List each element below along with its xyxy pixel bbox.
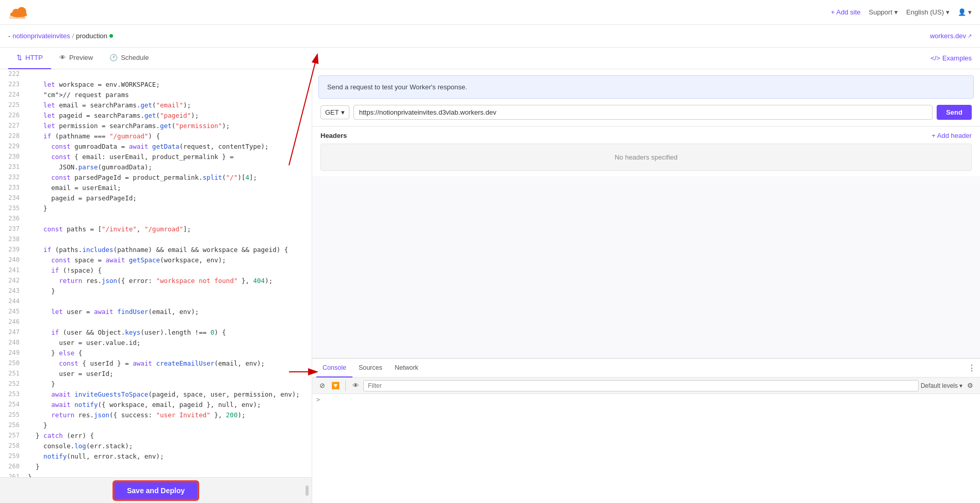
filter-input[interactable]: [363, 380, 919, 391]
url-input[interactable]: [354, 105, 933, 120]
deploy-bar: Save and Deploy: [0, 477, 312, 503]
clear-console-button[interactable]: ⊘: [316, 380, 328, 391]
headers-section: Headers + Add header No headers specifie…: [312, 127, 980, 176]
table-row: 250 const { userId } = await createEmail…: [0, 358, 312, 369]
table-row: 246: [0, 317, 312, 327]
table-row: 226 let pageid = searchParams.get("pagei…: [0, 111, 312, 121]
project-link[interactable]: notionprivateinvites: [12, 32, 70, 40]
nav-left: CLOUDFLARE: [8, 5, 29, 20]
table-row: 256 }: [0, 420, 312, 431]
default-levels-dropdown[interactable]: Default levels ▾: [921, 382, 962, 389]
breadcrumb-bar: - notionprivateinvites / production work…: [0, 25, 980, 48]
tabs-bar: ⇅ HTTP 👁 Preview 🕐 Schedule </> Examples: [0, 48, 980, 69]
console-toolbar: ⊘ 🔽 👁 Default levels ▾ ⚙: [312, 378, 980, 394]
table-row: 225 let email = searchParams.get("email"…: [0, 100, 312, 111]
cloudflare-logo[interactable]: CLOUDFLARE: [8, 5, 29, 20]
scroll-indicator: [306, 485, 309, 496]
main-content: 222223 let workspace = env.WORKSPACE;224…: [0, 69, 980, 503]
table-row: 238: [0, 234, 312, 245]
table-row: 258 console.log(err.stack);: [0, 441, 312, 451]
dash-prefix: -: [8, 32, 10, 40]
breadcrumb: - notionprivateinvites / production: [8, 32, 113, 40]
table-row: 227 let permission = searchParams.get("p…: [0, 121, 312, 131]
table-row: 257 } catch (err) {: [0, 431, 312, 441]
info-panel: Send a request to test your Worker's res…: [318, 75, 974, 99]
workers-dev-link[interactable]: workers.dev ↗: [930, 32, 972, 40]
http-panel: Send a request to test your Worker's res…: [312, 69, 980, 358]
table-row: 261}: [0, 472, 312, 477]
table-row: 239 if (paths.includes(pathname) && emai…: [0, 245, 312, 255]
support-menu[interactable]: Support ▾: [869, 8, 898, 16]
examples-link[interactable]: </> Examples: [930, 54, 972, 62]
language-menu[interactable]: English (US) ▾: [906, 8, 950, 16]
status-dot: [109, 34, 113, 38]
table-row: 228 if (pathname === "/gumroad") {: [0, 131, 312, 142]
external-link-icon: ↗: [968, 33, 972, 39]
console-arrow: >: [316, 396, 320, 403]
console-settings-button[interactable]: ⚙: [965, 380, 976, 391]
table-row: 254 await notify({ workspace, email, pag…: [0, 400, 312, 410]
tab-console[interactable]: Console: [316, 359, 352, 378]
svg-rect-3: [10, 13, 27, 16]
table-row: 232 const parsedPageId = product_permali…: [0, 172, 312, 183]
console-content: >: [312, 394, 980, 503]
no-headers-box: No headers specified: [320, 144, 972, 171]
divider: [345, 381, 346, 391]
send-button[interactable]: Send: [937, 105, 972, 120]
table-row: 223 let workspace = env.WORKSPACE;: [0, 80, 312, 90]
add-header-button[interactable]: + Add header: [931, 132, 972, 139]
response-area: [312, 176, 980, 358]
code-editor[interactable]: 222223 let workspace = env.WORKSPACE;224…: [0, 69, 312, 477]
table-row: 224 "cm">// request params: [0, 90, 312, 100]
table-row: 259 notify(null, error.stack, env);: [0, 451, 312, 462]
table-row: 242 return res.json({ error: "workspace …: [0, 276, 312, 286]
table-row: 260 }: [0, 462, 312, 472]
tab-schedule[interactable]: 🕐 Schedule: [101, 48, 157, 69]
tab-preview[interactable]: 👁 Preview: [51, 48, 101, 69]
table-row: 253 await inviteGuestsToSpace(pageid, sp…: [0, 389, 312, 400]
table-row: 229 const gumroadData = await getData(re…: [0, 142, 312, 152]
env-name: production: [76, 32, 107, 40]
tab-group: ⇅ HTTP 👁 Preview 🕐 Schedule: [8, 48, 157, 69]
table-row: 241 if (!space) {: [0, 265, 312, 276]
table-row: 247 if (user && Object.keys(user).length…: [0, 327, 312, 338]
info-text: Send a request to test your Worker's res…: [327, 83, 467, 91]
table-row: 236: [0, 214, 312, 224]
filter-toggle-button[interactable]: 🔽: [330, 380, 341, 391]
eye-button[interactable]: 👁: [350, 380, 361, 391]
method-label: GET: [325, 108, 339, 116]
code-icon: </>: [930, 54, 940, 62]
table-row: 233 email = userEmail;: [0, 183, 312, 193]
console-more-button[interactable]: ⋮: [968, 363, 976, 373]
table-row: 243 }: [0, 286, 312, 296]
console-panel: Console Sources Network ⋮ ⊘ 🔽 👁 Default …: [312, 358, 980, 503]
table-row: 231 JSON.parse(gumroadData);: [0, 162, 312, 172]
table-row: 222: [0, 69, 312, 80]
http-icon: ⇅: [17, 54, 22, 61]
tab-sources[interactable]: Sources: [352, 359, 389, 378]
table-row: 230 const { email: userEmail, product_pe…: [0, 152, 312, 162]
tab-http[interactable]: ⇅ HTTP: [8, 48, 51, 69]
request-bar: GET ▾ Send: [312, 99, 980, 127]
headers-row: Headers + Add header: [320, 132, 972, 139]
method-select[interactable]: GET ▾: [320, 105, 349, 119]
console-tabs-left: Console Sources Network: [316, 359, 425, 378]
table-row: 251 user = userId;: [0, 369, 312, 379]
right-panel: Send a request to test your Worker's res…: [312, 69, 980, 503]
add-site-link[interactable]: + Add site: [831, 8, 860, 16]
table-row: 235 }: [0, 203, 312, 214]
svg-text:CLOUDFLARE: CLOUDFLARE: [9, 16, 25, 19]
tab-network[interactable]: Network: [389, 359, 425, 378]
table-row: 249 } else {: [0, 348, 312, 358]
code-panel: 222223 let workspace = env.WORKSPACE;224…: [0, 69, 312, 503]
console-tabs-bar: Console Sources Network ⋮: [312, 359, 980, 378]
schedule-icon: 🕐: [109, 54, 118, 61]
table-row: 240 const space = await getSpace(workspa…: [0, 255, 312, 265]
user-menu[interactable]: 👤 ▾: [958, 8, 972, 16]
table-row: 255 return res.json({ success: "user Inv…: [0, 410, 312, 420]
table-row: 244: [0, 296, 312, 307]
info-box-wrapper: Send a request to test your Worker's res…: [312, 69, 980, 99]
headers-label: Headers: [320, 132, 347, 139]
save-deploy-button[interactable]: Save and Deploy: [114, 481, 198, 500]
nav-right: + Add site Support ▾ English (US) ▾ 👤 ▾: [831, 8, 972, 16]
